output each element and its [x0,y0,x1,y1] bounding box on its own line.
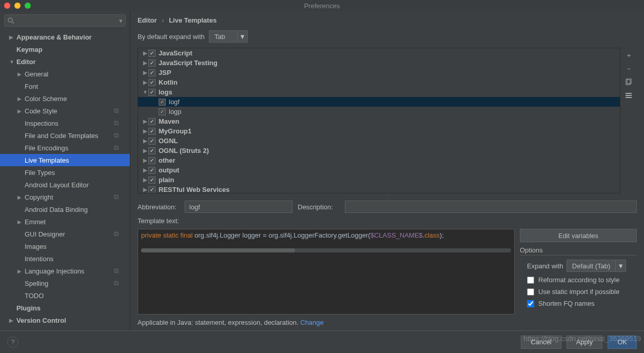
help-button[interactable]: ? [7,337,18,348]
checkbox[interactable]: ✓ [148,128,155,135]
apply-button[interactable]: Apply [567,336,603,349]
chevron-down-icon[interactable]: ▼ [237,30,247,43]
checkbox[interactable]: ✓ [148,50,155,57]
sidebar-item[interactable]: ▶Version Control [0,314,130,326]
sidebar-item[interactable]: ▶Language Injections⧉ [0,265,130,277]
scrollbar-thumb[interactable] [141,248,295,252]
chevron-right-icon[interactable]: ▶ [142,177,148,183]
chevron-right-icon[interactable]: ▶ [142,148,148,153]
tree-row[interactable]: ▶✓OGNL [138,136,620,146]
tree-row[interactable]: ▶✓JSP [138,68,620,77]
sidebar-item[interactable]: File Encodings⧉ [0,142,130,154]
chevron-right-icon[interactable]: ▶ [142,50,148,56]
abbreviation-input[interactable] [185,201,292,213]
checkbox[interactable]: ✓ [148,147,155,154]
zoom-window-button[interactable] [25,3,31,9]
cancel-button[interactable]: Cancel [521,336,561,349]
tree-row[interactable]: ▶✓plain [138,175,620,185]
settings-icon[interactable] [624,91,633,100]
checkbox[interactable]: ✓ [148,60,155,67]
tree-row[interactable]: ▼✓logs [138,87,620,97]
close-window-button[interactable] [4,3,10,9]
chevron-right-icon[interactable]: ▶ [142,128,148,134]
checkbox[interactable]: ✓ [159,99,166,106]
checkbox[interactable]: ✓ [148,118,155,125]
template-text-editor[interactable]: private static final org.slf4j.Logger lo… [138,229,515,315]
tree-row[interactable]: ✓logf [138,97,620,107]
sidebar-item[interactable]: GUI Designer⧉ [0,228,130,240]
static-import-checkbox[interactable] [527,288,534,296]
add-icon[interactable]: ＋ [624,51,633,60]
sidebar-item[interactable]: Android Layout Editor [0,179,130,191]
sidebar-item[interactable]: Intentions [0,252,130,265]
chevron-right-icon[interactable]: ▶ [142,80,148,85]
sidebar-item[interactable]: File Types [0,166,130,179]
change-link[interactable]: Change [300,319,324,326]
sidebar-item[interactable]: Inspections⧉ [0,117,130,129]
checkbox[interactable]: ✓ [148,176,155,184]
static-import-option[interactable]: Use static import if possible [520,288,637,296]
expand-with-combo[interactable]: Default (Tab) ▼ [567,260,626,272]
checkbox[interactable]: ✓ [148,186,155,193]
horizontal-scrollbar[interactable] [141,248,511,252]
chevron-down-icon[interactable]: ▾ [119,17,123,25]
chevron-right-icon[interactable]: ▶ [142,60,148,66]
chevron-right-icon[interactable]: ▶ [142,158,148,163]
reformat-option[interactable]: Reformat according to style [520,276,637,284]
sidebar-item[interactable]: Images [0,240,130,252]
search-input[interactable] [4,14,126,27]
sidebar-item[interactable]: ▶Build, Execution, Deployment [0,326,130,330]
checkbox[interactable]: ✓ [148,69,155,76]
tree-row[interactable]: ▶✓Kotlin [138,77,620,87]
sidebar-item[interactable]: ▶Copyright⧉ [0,191,130,203]
ok-button[interactable]: OK [608,336,637,349]
tree-row[interactable]: ▶✓JavaScript [138,48,620,58]
tree-row[interactable]: ▶✓Maven [138,116,620,126]
chevron-right-icon[interactable]: ▶ [142,119,148,124]
sidebar-item[interactable]: Live Templates [0,154,130,166]
sidebar-item[interactable]: ▶Color Scheme [0,92,130,105]
tree-row[interactable]: ▶✓MyGroup1 [138,126,620,136]
shorten-fq-option[interactable]: Shorten FQ names [520,300,637,307]
remove-icon[interactable]: － [624,64,633,73]
chevron-right-icon[interactable]: ▶ [142,187,148,192]
checkbox[interactable]: ✓ [148,79,155,86]
breadcrumb-root[interactable]: Editor [138,16,157,24]
tree-row[interactable]: ▶✓output [138,165,620,175]
checkbox[interactable]: ✓ [148,89,155,96]
chevron-down-icon[interactable]: ▼ [615,260,626,272]
tree-row[interactable]: ▶✓RESTful Web Services [138,185,620,193]
sidebar-item[interactable]: Spelling⧉ [0,277,130,289]
tree-row[interactable]: ✓logp [138,107,620,116]
chevron-down-icon[interactable]: ▼ [142,89,148,95]
reformat-checkbox[interactable] [527,277,534,284]
checkbox[interactable]: ✓ [148,167,155,174]
sidebar-item[interactable]: ▶Appearance & Behavior [0,31,130,43]
edit-variables-button[interactable]: Edit variables [520,229,637,242]
chevron-right-icon[interactable]: ▶ [142,70,148,75]
nav-tree[interactable]: ▶Appearance & BehaviorKeymap▼Editor▶Gene… [0,30,130,330]
description-input[interactable] [345,201,637,213]
checkbox[interactable]: ✓ [159,108,166,115]
sidebar-item[interactable]: ▶Code Style⧉ [0,105,130,117]
sidebar-item[interactable]: ▼Editor [0,55,130,68]
tree-row[interactable]: ▶✓other [138,155,620,165]
sidebar-item[interactable]: TODO [0,289,130,302]
sidebar-item[interactable]: ▶Emmet [0,215,130,228]
checkbox[interactable]: ✓ [148,138,155,145]
tree-row[interactable]: ▶✓JavaScript Testing [138,58,620,68]
shorten-fq-checkbox[interactable] [527,300,534,307]
expand-combo[interactable]: Tab ▼ [209,30,248,43]
sidebar-item[interactable]: File and Code Templates⧉ [0,129,130,142]
checkbox[interactable]: ✓ [148,157,155,164]
sidebar-item[interactable]: Font [0,80,130,92]
copy-icon[interactable] [624,77,633,87]
chevron-right-icon[interactable]: ▶ [142,167,148,173]
chevron-right-icon[interactable]: ▶ [142,138,148,144]
sidebar-item[interactable]: ▶General [0,68,130,80]
sidebar-item[interactable]: Android Data Binding [0,203,130,215]
template-tree[interactable]: ▶✓JavaScript▶✓JavaScript Testing▶✓JSP▶✓K… [138,48,620,193]
tree-row[interactable]: ▶✓OGNL (Struts 2) [138,146,620,155]
sidebar-item[interactable]: Keymap [0,43,130,55]
sidebar-item[interactable]: Plugins [0,302,130,314]
